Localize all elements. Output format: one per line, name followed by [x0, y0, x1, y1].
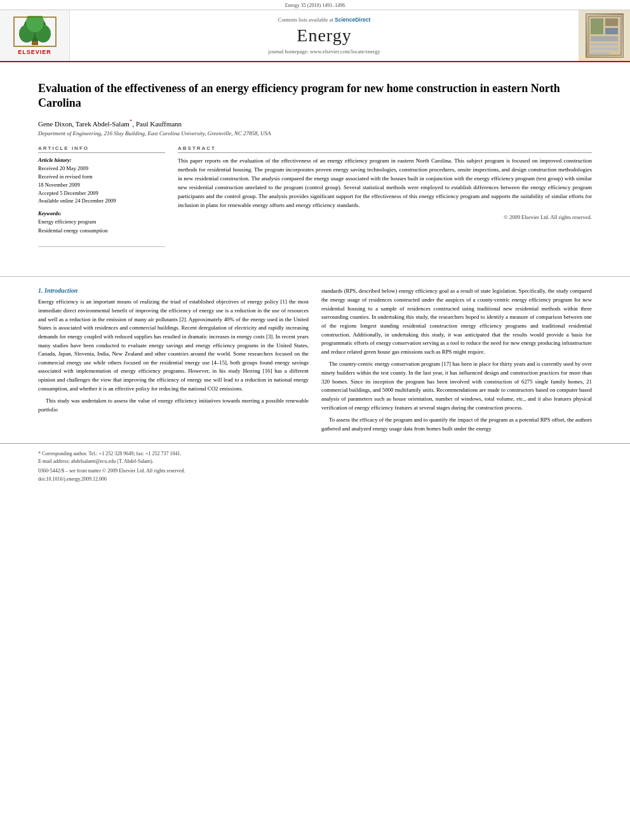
received-date: Received 20 May 2009 — [38, 164, 165, 173]
available-online-date: Available online 24 December 2009 — [38, 197, 165, 205]
received-revised-label: Received in revised form — [38, 173, 165, 181]
authors-text: Gene Dixon, Tarek Abdel-Salam*, Paul Kau… — [38, 120, 182, 128]
abstract-label: ABSTRACT — [178, 145, 592, 153]
issn-line: 0360-5442/$ – see front matter © 2009 El… — [38, 468, 592, 474]
abstract-text: This paper reports on the evaluation of … — [178, 157, 592, 210]
article-info-column: ARTICLE INFO Article history: Received 2… — [38, 145, 165, 253]
journal-cover-thumbnail — [579, 10, 630, 61]
copyright-line: © 2009 Elsevier Ltd. All rights reserved… — [178, 214, 592, 220]
body-right-para1: standards (RPS, described below) energy … — [321, 287, 592, 356]
elsevier-logo: ELSEVIER — [0, 10, 70, 61]
email-text: E-mail address: abdelsalamt@ecu.edu (T. … — [38, 458, 154, 464]
svg-rect-11 — [591, 36, 618, 41]
elsevier-label: ELSEVIER — [18, 49, 51, 55]
article-history-title: Article history: — [38, 157, 165, 163]
svg-rect-9 — [605, 18, 618, 26]
keyword-2: Residential energy consumption — [38, 227, 165, 236]
body-left-column: 1. Introduction Energy efficiency is an … — [38, 287, 309, 437]
sciencedirect-line: Contents lists available at ScienceDirec… — [278, 17, 370, 23]
page: Energy 35 (2010) 1491–1496 ELSEVIER Cont… — [0, 0, 630, 840]
keywords-label: Keywords: — [38, 210, 165, 217]
journal-citation: Energy 35 (2010) 1491–1496 — [285, 3, 345, 8]
body-text-section: 1. Introduction Energy efficiency is an … — [0, 287, 630, 437]
svg-rect-8 — [591, 18, 603, 34]
article-info-abstract-section: ARTICLE INFO Article history: Received 2… — [38, 145, 592, 253]
issn-text: 0360-5442/$ – see front matter © 2009 El… — [38, 468, 185, 474]
body-left-para2: This study was undertaken to assess the … — [38, 397, 309, 414]
footer-area: * Corresponding author. Tel.: +1 252 328… — [0, 443, 630, 486]
authors-line: Gene Dixon, Tarek Abdel-Salam*, Paul Kau… — [38, 119, 592, 128]
journal-top-bar: Energy 35 (2010) 1491–1496 — [0, 0, 630, 10]
section-divider — [0, 276, 630, 277]
svg-rect-12 — [591, 43, 618, 46]
keywords-section: Keywords: Energy efficiency program Resi… — [38, 210, 165, 235]
article-main-content: Evaluation of the effectiveness of an en… — [0, 62, 630, 266]
email-line: E-mail address: abdelsalamt@ecu.edu (T. … — [38, 458, 592, 465]
article-info-label: ARTICLE INFO — [38, 145, 165, 153]
article-info-box: ARTICLE INFO Article history: Received 2… — [38, 145, 165, 247]
section1-heading: 1. Introduction — [38, 287, 309, 294]
body-right-para3: To assess the efficacy of the program an… — [321, 416, 592, 433]
body-right-text: standards (RPS, described below) energy … — [321, 287, 592, 433]
cover-image — [586, 13, 624, 58]
footnote-corresponding: * Corresponding author. Tel.: +1 252 328… — [38, 451, 181, 457]
doi-line: doi:10.1016/j.energy.2009.12.006 — [38, 476, 592, 482]
article-title: Evaluation of the effectiveness of an en… — [38, 81, 592, 111]
journal-name: Energy — [297, 25, 351, 46]
doi-text: doi:10.1016/j.energy.2009.12.006 — [38, 476, 107, 482]
svg-rect-13 — [591, 48, 618, 50]
journal-homepage: journal homepage: www.elsevier.com/locat… — [268, 48, 380, 55]
journal-center: Contents lists available at ScienceDirec… — [70, 10, 579, 61]
article-history-section: Article history: Received 20 May 2009 Re… — [38, 157, 165, 205]
keyword-1: Energy efficiency program — [38, 218, 165, 227]
sciencedirect-prefix: Contents lists available at — [278, 17, 333, 23]
affiliation: Department of Engineering, 216 Slay Buil… — [38, 130, 592, 137]
body-right-column: standards (RPS, described below) energy … — [321, 287, 592, 437]
svg-rect-10 — [605, 28, 618, 34]
elsevier-tree-icon — [13, 16, 57, 48]
footnote-text: * Corresponding author. Tel.: +1 252 328… — [38, 450, 592, 458]
abstract-column: ABSTRACT This paper reports on the evalu… — [178, 145, 592, 253]
journal-header: ELSEVIER Contents lists available at Sci… — [0, 10, 630, 62]
sciencedirect-link[interactable]: ScienceDirect — [335, 17, 370, 23]
body-right-para2: The country-centric energy conservation … — [321, 360, 592, 412]
body-left-para1: Energy efficiency is an important means … — [38, 298, 309, 393]
svg-rect-14 — [591, 52, 610, 55]
received-revised-date: 18 November 2009 — [38, 181, 165, 189]
body-left-text: Energy efficiency is an important means … — [38, 298, 309, 414]
accepted-date: Accepted 5 December 2009 — [38, 189, 165, 197]
